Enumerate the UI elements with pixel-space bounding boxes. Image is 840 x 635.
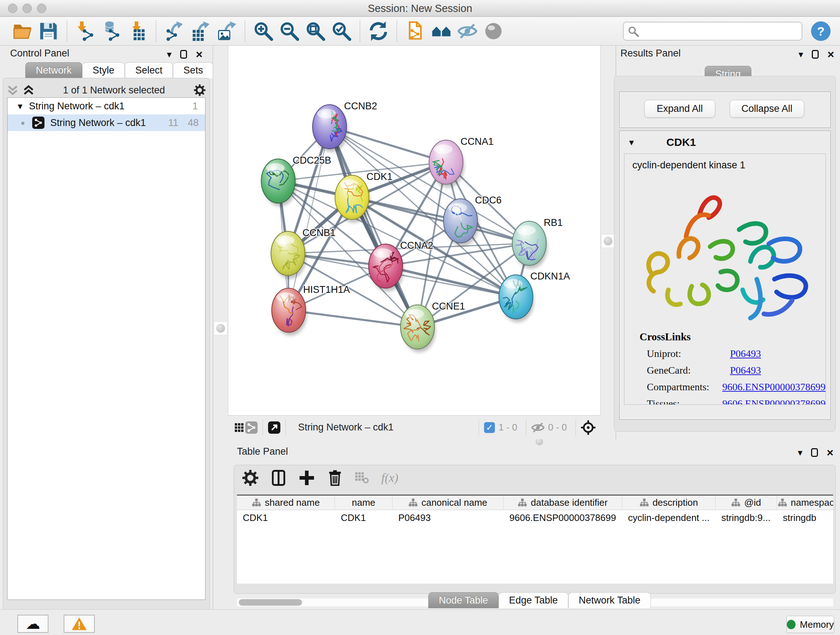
expand-collapse-box: Expand All Collapse All bbox=[619, 92, 831, 128]
left-splitter-handle[interactable] bbox=[214, 321, 227, 335]
close-panel-button[interactable]: × bbox=[827, 447, 834, 458]
expand-all-button[interactable]: Expand All bbox=[644, 100, 715, 118]
network-node-HIST1H1A[interactable] bbox=[272, 288, 307, 336]
birdseye-button[interactable] bbox=[233, 421, 245, 434]
export-image-button[interactable] bbox=[216, 20, 237, 42]
crosshair-icon[interactable] bbox=[581, 420, 595, 435]
table-cell[interactable]: stringdb:9... bbox=[715, 512, 777, 524]
add-column-icon[interactable] bbox=[299, 470, 315, 486]
save-session-button[interactable] bbox=[38, 20, 59, 42]
network-edge[interactable] bbox=[289, 127, 330, 310]
delete-column-icon[interactable] bbox=[327, 470, 343, 486]
table-cell[interactable]: CDK1 bbox=[237, 512, 335, 524]
columns-icon[interactable] bbox=[271, 470, 286, 486]
table-row[interactable]: CDK1CDK1P064939606.ENSP00000378699cyclin… bbox=[237, 510, 833, 525]
expand-all-icon[interactable] bbox=[23, 85, 34, 95]
float-panel-button[interactable] bbox=[180, 50, 187, 59]
tab-network[interactable]: Network bbox=[25, 62, 82, 78]
network-node-CCNB2[interactable] bbox=[313, 105, 347, 152]
float-panel-button[interactable] bbox=[812, 50, 819, 59]
tab-network-table[interactable]: Network Table bbox=[568, 592, 651, 608]
network-label: String Network – cdk1 bbox=[50, 117, 168, 128]
crosslink-link[interactable]: P06493 bbox=[730, 348, 761, 359]
network-collection-row[interactable]: ▾ String Network – cdk1 1 bbox=[8, 98, 205, 114]
scrollbar-thumb[interactable] bbox=[239, 599, 302, 606]
search-input[interactable] bbox=[623, 22, 802, 41]
table-cell[interactable]: P06493 bbox=[393, 512, 504, 524]
crosslink-link[interactable]: P06493 bbox=[730, 364, 761, 376]
right-splitter-handle[interactable] bbox=[601, 234, 615, 248]
table-cell[interactable]: 9606.ENSP00000378699 bbox=[504, 512, 622, 524]
network-node-CCNA2[interactable] bbox=[369, 244, 404, 291]
import-network-from-database-button[interactable] bbox=[101, 20, 122, 42]
collapse-panel-button[interactable]: ▾ bbox=[798, 50, 803, 59]
presentation-mode-button[interactable] bbox=[483, 20, 504, 42]
column-header--id[interactable]: @id bbox=[715, 496, 777, 510]
network-node-CCNB1[interactable] bbox=[271, 231, 306, 279]
column-header-name[interactable]: name bbox=[335, 496, 393, 510]
table-cell[interactable]: CDK1 bbox=[335, 512, 393, 524]
home-button[interactable] bbox=[431, 20, 452, 42]
export-network-button[interactable] bbox=[164, 20, 185, 42]
table-cell[interactable]: cyclin-dependent ... bbox=[622, 512, 715, 524]
zoom-fit-button[interactable] bbox=[305, 20, 326, 42]
memory-button[interactable]: Memory bbox=[786, 616, 834, 633]
cloud-status-button[interactable]: ☁ bbox=[17, 615, 49, 633]
crosslink-link[interactable]: 9606.ENSP00000378699 bbox=[722, 398, 826, 405]
tab-node-table[interactable]: Node Table bbox=[428, 592, 499, 608]
zoom-out-button[interactable] bbox=[279, 20, 300, 42]
network-edge[interactable] bbox=[289, 310, 417, 327]
collapse-panel-button[interactable]: ▾ bbox=[167, 50, 172, 59]
tree-expand-icon[interactable]: ▾ bbox=[18, 101, 22, 111]
detach-view-button[interactable] bbox=[268, 421, 280, 434]
network-canvas[interactable]: CCNB2CCNA1CDC25BCDK1CDC6RB1CCNB1CCNA2CDK… bbox=[228, 46, 600, 415]
collapse-section-icon[interactable]: ▾ bbox=[629, 138, 634, 147]
network-overview-button[interactable] bbox=[245, 421, 257, 434]
column-header-database-identifier[interactable]: database identifier bbox=[504, 496, 622, 510]
gear-icon[interactable] bbox=[242, 470, 258, 486]
refresh-layout-button[interactable] bbox=[368, 20, 389, 42]
network-graph[interactable]: CCNB2CCNA1CDC25BCDK1CDC6RB1CCNB1CCNA2CDK… bbox=[228, 46, 601, 415]
collapse-panel-button[interactable]: ▾ bbox=[798, 448, 802, 457]
help-button[interactable]: ? bbox=[811, 21, 831, 41]
import-string-file-button[interactable] bbox=[404, 20, 426, 42]
column-header-canonical-name[interactable]: canonical name bbox=[393, 496, 504, 510]
gear-icon[interactable] bbox=[194, 84, 205, 96]
open-session-button[interactable] bbox=[11, 20, 33, 42]
grid-icon bbox=[235, 423, 243, 432]
network-row-selected[interactable]: ● String Network – cdk1 11 48 bbox=[8, 114, 205, 131]
column-header-namespace[interactable]: namespace bbox=[777, 496, 833, 510]
tab-style[interactable]: Style bbox=[82, 62, 125, 78]
crosslink-link[interactable]: 9606.ENSP00000378699 bbox=[722, 381, 826, 393]
export-table-button[interactable] bbox=[189, 20, 211, 42]
import-network-from-file-button[interactable] bbox=[74, 20, 96, 42]
warnings-button[interactable] bbox=[64, 615, 95, 633]
zoom-in-button[interactable] bbox=[253, 20, 274, 42]
network-node-CDC25B[interactable] bbox=[261, 159, 296, 206]
float-panel-button[interactable] bbox=[811, 448, 818, 457]
network-node-CDKN1A[interactable] bbox=[499, 275, 534, 322]
close-panel-button[interactable]: × bbox=[196, 49, 202, 60]
gene-section: ▾ CDK1 cyclin-dependent kinase 1 bbox=[619, 131, 831, 420]
tab-select[interactable]: Select bbox=[125, 62, 173, 78]
table-cell[interactable]: stringdb bbox=[777, 512, 833, 524]
node-label: CDC6 bbox=[475, 195, 502, 206]
network-node-CDK1[interactable] bbox=[335, 175, 370, 223]
node-label: CCNE1 bbox=[432, 301, 465, 312]
import-table-from-file-button[interactable] bbox=[126, 20, 148, 42]
network-node-RB1[interactable] bbox=[512, 221, 547, 269]
network-node-CDC6[interactable] bbox=[444, 199, 478, 246]
tab-edge-table[interactable]: Edge Table bbox=[499, 592, 568, 608]
gene-section-header[interactable]: ▾ CDK1 bbox=[629, 136, 696, 149]
close-panel-button[interactable]: × bbox=[827, 49, 834, 60]
collapse-all-icon[interactable] bbox=[7, 85, 18, 95]
left-splitter[interactable] bbox=[213, 46, 228, 609]
tab-sets[interactable]: Sets bbox=[173, 62, 213, 78]
column-header-shared-name[interactable]: shared name bbox=[237, 496, 335, 510]
column-header-description[interactable]: description bbox=[622, 496, 715, 510]
zoom-selected-button[interactable] bbox=[331, 20, 352, 42]
collapse-all-button[interactable]: Collapse All bbox=[729, 100, 804, 118]
network-node-CCNE1[interactable] bbox=[401, 305, 436, 352]
selected-checkbox-icon[interactable]: ✓ bbox=[484, 422, 495, 433]
hide-panels-button[interactable] bbox=[456, 20, 478, 42]
